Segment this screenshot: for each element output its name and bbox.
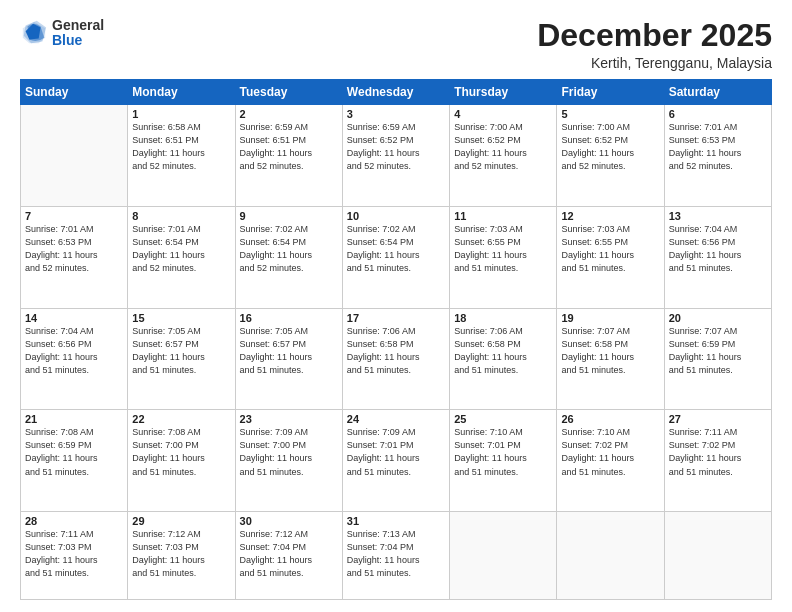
day-info: Sunrise: 7:04 AMSunset: 6:56 PMDaylight:…: [25, 325, 123, 377]
calendar-cell: 19Sunrise: 7:07 AMSunset: 6:58 PMDayligh…: [557, 308, 664, 410]
day-number: 22: [132, 413, 230, 425]
day-info: Sunrise: 7:04 AMSunset: 6:56 PMDaylight:…: [669, 223, 767, 275]
calendar-cell: 30Sunrise: 7:12 AMSunset: 7:04 PMDayligh…: [235, 512, 342, 600]
calendar-cell: 12Sunrise: 7:03 AMSunset: 6:55 PMDayligh…: [557, 206, 664, 308]
calendar-cell: 26Sunrise: 7:10 AMSunset: 7:02 PMDayligh…: [557, 410, 664, 512]
day-number: 14: [25, 312, 123, 324]
day-info: Sunrise: 7:02 AMSunset: 6:54 PMDaylight:…: [240, 223, 338, 275]
calendar-cell: [450, 512, 557, 600]
day-info: Sunrise: 7:03 AMSunset: 6:55 PMDaylight:…: [561, 223, 659, 275]
title-block: December 2025 Kertih, Terengganu, Malays…: [537, 18, 772, 71]
day-info: Sunrise: 7:06 AMSunset: 6:58 PMDaylight:…: [454, 325, 552, 377]
calendar-cell: 25Sunrise: 7:10 AMSunset: 7:01 PMDayligh…: [450, 410, 557, 512]
col-saturday: Saturday: [664, 80, 771, 105]
day-info: Sunrise: 7:01 AMSunset: 6:54 PMDaylight:…: [132, 223, 230, 275]
calendar-cell: 21Sunrise: 7:08 AMSunset: 6:59 PMDayligh…: [21, 410, 128, 512]
day-number: 13: [669, 210, 767, 222]
calendar-cell: 11Sunrise: 7:03 AMSunset: 6:55 PMDayligh…: [450, 206, 557, 308]
calendar-cell: 5Sunrise: 7:00 AMSunset: 6:52 PMDaylight…: [557, 105, 664, 207]
calendar-cell: 6Sunrise: 7:01 AMSunset: 6:53 PMDaylight…: [664, 105, 771, 207]
month-title: December 2025: [537, 18, 772, 53]
day-number: 26: [561, 413, 659, 425]
day-number: 16: [240, 312, 338, 324]
day-info: Sunrise: 7:09 AMSunset: 7:01 PMDaylight:…: [347, 426, 445, 478]
logo-general-text: General: [52, 17, 104, 33]
calendar-cell: 18Sunrise: 7:06 AMSunset: 6:58 PMDayligh…: [450, 308, 557, 410]
day-number: 25: [454, 413, 552, 425]
day-number: 17: [347, 312, 445, 324]
day-info: Sunrise: 7:09 AMSunset: 7:00 PMDaylight:…: [240, 426, 338, 478]
calendar-cell: 14Sunrise: 7:04 AMSunset: 6:56 PMDayligh…: [21, 308, 128, 410]
day-info: Sunrise: 7:03 AMSunset: 6:55 PMDaylight:…: [454, 223, 552, 275]
calendar-cell: 23Sunrise: 7:09 AMSunset: 7:00 PMDayligh…: [235, 410, 342, 512]
day-number: 30: [240, 515, 338, 527]
page: General Blue December 2025 Kertih, Teren…: [0, 0, 792, 612]
location: Kertih, Terengganu, Malaysia: [537, 55, 772, 71]
calendar-week-5: 28Sunrise: 7:11 AMSunset: 7:03 PMDayligh…: [21, 512, 772, 600]
day-number: 4: [454, 108, 552, 120]
calendar-cell: 2Sunrise: 6:59 AMSunset: 6:51 PMDaylight…: [235, 105, 342, 207]
header: General Blue December 2025 Kertih, Teren…: [20, 18, 772, 71]
col-friday: Friday: [557, 80, 664, 105]
calendar-cell: 22Sunrise: 7:08 AMSunset: 7:00 PMDayligh…: [128, 410, 235, 512]
day-number: 6: [669, 108, 767, 120]
day-info: Sunrise: 6:59 AMSunset: 6:51 PMDaylight:…: [240, 121, 338, 173]
day-info: Sunrise: 7:01 AMSunset: 6:53 PMDaylight:…: [25, 223, 123, 275]
calendar-week-1: 1Sunrise: 6:58 AMSunset: 6:51 PMDaylight…: [21, 105, 772, 207]
day-number: 23: [240, 413, 338, 425]
day-info: Sunrise: 7:13 AMSunset: 7:04 PMDaylight:…: [347, 528, 445, 580]
col-thursday: Thursday: [450, 80, 557, 105]
calendar-cell: 9Sunrise: 7:02 AMSunset: 6:54 PMDaylight…: [235, 206, 342, 308]
day-info: Sunrise: 7:11 AMSunset: 7:03 PMDaylight:…: [25, 528, 123, 580]
logo: General Blue: [20, 18, 104, 49]
logo-icon: [20, 19, 48, 47]
day-info: Sunrise: 7:06 AMSunset: 6:58 PMDaylight:…: [347, 325, 445, 377]
day-info: Sunrise: 7:11 AMSunset: 7:02 PMDaylight:…: [669, 426, 767, 478]
calendar-cell: 29Sunrise: 7:12 AMSunset: 7:03 PMDayligh…: [128, 512, 235, 600]
day-number: 1: [132, 108, 230, 120]
day-number: 12: [561, 210, 659, 222]
day-number: 18: [454, 312, 552, 324]
calendar-cell: 31Sunrise: 7:13 AMSunset: 7:04 PMDayligh…: [342, 512, 449, 600]
col-sunday: Sunday: [21, 80, 128, 105]
day-info: Sunrise: 7:00 AMSunset: 6:52 PMDaylight:…: [561, 121, 659, 173]
calendar-cell: 16Sunrise: 7:05 AMSunset: 6:57 PMDayligh…: [235, 308, 342, 410]
calendar-cell: 27Sunrise: 7:11 AMSunset: 7:02 PMDayligh…: [664, 410, 771, 512]
calendar-cell: 28Sunrise: 7:11 AMSunset: 7:03 PMDayligh…: [21, 512, 128, 600]
day-number: 2: [240, 108, 338, 120]
calendar-week-3: 14Sunrise: 7:04 AMSunset: 6:56 PMDayligh…: [21, 308, 772, 410]
day-number: 19: [561, 312, 659, 324]
day-info: Sunrise: 7:08 AMSunset: 7:00 PMDaylight:…: [132, 426, 230, 478]
day-number: 15: [132, 312, 230, 324]
calendar-header: Sunday Monday Tuesday Wednesday Thursday…: [21, 80, 772, 105]
day-number: 24: [347, 413, 445, 425]
day-info: Sunrise: 7:05 AMSunset: 6:57 PMDaylight:…: [240, 325, 338, 377]
calendar-body: 1Sunrise: 6:58 AMSunset: 6:51 PMDaylight…: [21, 105, 772, 600]
day-number: 8: [132, 210, 230, 222]
day-info: Sunrise: 6:59 AMSunset: 6:52 PMDaylight:…: [347, 121, 445, 173]
calendar-cell: [664, 512, 771, 600]
calendar-cell: 13Sunrise: 7:04 AMSunset: 6:56 PMDayligh…: [664, 206, 771, 308]
calendar-cell: 20Sunrise: 7:07 AMSunset: 6:59 PMDayligh…: [664, 308, 771, 410]
day-info: Sunrise: 7:12 AMSunset: 7:04 PMDaylight:…: [240, 528, 338, 580]
day-number: 3: [347, 108, 445, 120]
calendar-cell: 1Sunrise: 6:58 AMSunset: 6:51 PMDaylight…: [128, 105, 235, 207]
day-number: 27: [669, 413, 767, 425]
calendar-cell: [21, 105, 128, 207]
calendar-cell: 15Sunrise: 7:05 AMSunset: 6:57 PMDayligh…: [128, 308, 235, 410]
day-info: Sunrise: 7:08 AMSunset: 6:59 PMDaylight:…: [25, 426, 123, 478]
calendar-week-4: 21Sunrise: 7:08 AMSunset: 6:59 PMDayligh…: [21, 410, 772, 512]
day-info: Sunrise: 7:12 AMSunset: 7:03 PMDaylight:…: [132, 528, 230, 580]
day-info: Sunrise: 7:01 AMSunset: 6:53 PMDaylight:…: [669, 121, 767, 173]
col-monday: Monday: [128, 80, 235, 105]
calendar-cell: 8Sunrise: 7:01 AMSunset: 6:54 PMDaylight…: [128, 206, 235, 308]
calendar-cell: 3Sunrise: 6:59 AMSunset: 6:52 PMDaylight…: [342, 105, 449, 207]
calendar-week-2: 7Sunrise: 7:01 AMSunset: 6:53 PMDaylight…: [21, 206, 772, 308]
col-wednesday: Wednesday: [342, 80, 449, 105]
day-number: 21: [25, 413, 123, 425]
day-info: Sunrise: 7:00 AMSunset: 6:52 PMDaylight:…: [454, 121, 552, 173]
day-number: 10: [347, 210, 445, 222]
logo-text: General Blue: [52, 18, 104, 49]
calendar-cell: [557, 512, 664, 600]
day-info: Sunrise: 7:07 AMSunset: 6:59 PMDaylight:…: [669, 325, 767, 377]
